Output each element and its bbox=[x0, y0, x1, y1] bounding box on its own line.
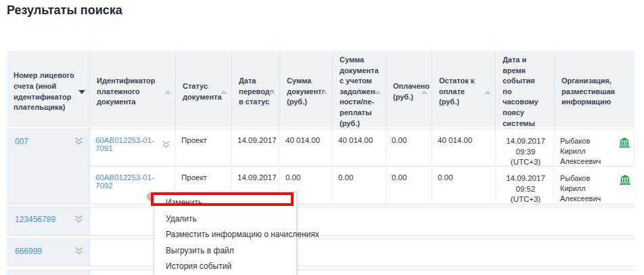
event-date: 14.09.2017 bbox=[501, 136, 550, 147]
column-header-label: Идентификатор платежного документа bbox=[97, 76, 164, 108]
menu-item-delete[interactable]: Удалить bbox=[154, 211, 296, 228]
account-number-link[interactable]: 007 bbox=[15, 137, 28, 146]
page-title: Результаты поиска bbox=[7, 3, 122, 18]
document-id-cell: 60AB012253-01-7091 bbox=[90, 129, 176, 167]
column-header-status-date[interactable]: Дата перевода в статус bbox=[232, 51, 280, 133]
due-cell: 40 014.00 bbox=[432, 129, 496, 167]
sort-desc-icon bbox=[78, 90, 85, 94]
account-number-link[interactable]: 666999 bbox=[15, 247, 42, 256]
account-cell: 123456789 bbox=[7, 207, 90, 235]
event-date: 14.09.2017 bbox=[501, 173, 550, 184]
paid-cell: 0.00 bbox=[386, 129, 432, 167]
column-header-paid[interactable]: Оплачено (руб.) bbox=[386, 51, 432, 133]
column-header-account-number[interactable]: Номер лицевого счета (иной идентификатор… bbox=[7, 51, 90, 133]
double-chevron-down-icon[interactable] bbox=[74, 247, 84, 255]
menu-item-event-history[interactable]: История событий bbox=[154, 259, 296, 275]
account-block-666999: 666999 bbox=[7, 238, 635, 266]
sort-asc-icon bbox=[221, 90, 227, 94]
document-context-menu: Изменить Удалить Разместить информацию о… bbox=[154, 192, 297, 275]
column-header-status[interactable]: Статус документа bbox=[176, 51, 232, 133]
sort-asc-icon bbox=[421, 90, 428, 94]
column-header-label: Остаток к оплате (руб.) bbox=[439, 76, 484, 108]
due-cell: 0.00 bbox=[432, 167, 496, 204]
document-id-link[interactable]: 60AB012253-01-7091 bbox=[95, 136, 158, 152]
sort-asc-icon bbox=[484, 90, 491, 94]
status-date-cell: 14.09.2017 bbox=[232, 129, 280, 167]
event-datetime-cell: 14.09.2017 09:39 (UTC+3) bbox=[496, 129, 555, 167]
paid-cell: 0.00 bbox=[386, 167, 432, 204]
column-header-label: Номер лицевого счета (иной идентификатор… bbox=[14, 70, 78, 112]
column-header-label: Статус документа bbox=[183, 81, 222, 102]
account-block-partial bbox=[7, 270, 635, 275]
event-datetime-cell: 14.09.2017 09:52 (UTC+3) bbox=[496, 167, 555, 204]
sort-asc-icon bbox=[321, 90, 328, 94]
double-chevron-down-icon[interactable] bbox=[74, 137, 84, 146]
account-cell: 666999 bbox=[7, 239, 90, 266]
organization-cell: Рыбаков Кирилл Алексеевич bbox=[555, 129, 635, 167]
sort-asc-icon bbox=[375, 90, 382, 94]
menu-item-post-accruals[interactable]: Разместить информацию о начислениях bbox=[154, 227, 296, 243]
column-header-due[interactable]: Остаток к оплате (руб.) bbox=[432, 51, 496, 133]
status-cell: Проект bbox=[176, 129, 232, 167]
sort-asc-icon bbox=[164, 90, 171, 94]
menu-item-export-to-file[interactable]: Выгрузить в файл bbox=[154, 243, 296, 259]
search-results-table: Номер лицевого счета (иной идентификатор… bbox=[7, 51, 635, 275]
amount-with-debt-cell: 0.00 bbox=[333, 167, 386, 204]
sort-asc-icon bbox=[269, 90, 275, 94]
document-id-link[interactable]: 60AB012253-01-7092 bbox=[95, 173, 154, 190]
column-header-label: Сумма документа с учетом задолжен­ности/… bbox=[340, 55, 379, 129]
event-timezone: (UTC+3) bbox=[501, 157, 550, 167]
column-header-label: Сумма документа (руб.) bbox=[287, 76, 326, 108]
column-header-document-id[interactable]: Идентификатор платежного документа bbox=[90, 51, 176, 133]
column-header-label: Организация, разместившая информацию bbox=[561, 76, 629, 108]
event-time: 09:39 bbox=[501, 147, 550, 158]
account-number-link[interactable]: 123456789 bbox=[15, 215, 55, 224]
double-chevron-down-icon[interactable] bbox=[161, 140, 171, 149]
table-header-row: Номер лицевого счета (иной идентификатор… bbox=[7, 51, 635, 127]
event-timezone: (UTC+3) bbox=[501, 194, 550, 204]
bank-icon[interactable] bbox=[619, 138, 630, 148]
column-header-amount-with-debt[interactable]: Сумма документа с учетом задолжен­ности/… bbox=[333, 51, 386, 133]
amount-cell: 40 014.00 bbox=[280, 129, 333, 167]
organization-name: Рыбаков Кирилл Алексеевич bbox=[560, 173, 617, 204]
account-cell bbox=[7, 270, 90, 275]
double-chevron-down-icon[interactable] bbox=[74, 215, 84, 224]
account-block-007: 007 60AB012253-01-7091 Проект 14.09.2017… bbox=[7, 129, 635, 205]
menu-item-edit[interactable]: Изменить bbox=[154, 195, 296, 211]
organization-name: Рыбаков Кирилл Алексеевич bbox=[560, 136, 616, 167]
account-block-123456789: 123456789 bbox=[7, 207, 635, 236]
organization-cell: Рыбаков Кирилл Алексеевич bbox=[555, 167, 635, 204]
column-header-organization: Организация, разместившая информацию bbox=[555, 51, 635, 133]
column-header-amount[interactable]: Сумма документа (руб.) bbox=[280, 51, 333, 133]
event-time: 09:52 bbox=[501, 184, 550, 195]
bank-icon[interactable] bbox=[620, 175, 630, 185]
amount-with-debt-cell: 40 014.00 bbox=[333, 129, 386, 167]
account-cell: 007 bbox=[7, 129, 90, 204]
column-header-label: Дата и время события по часовому поясу с… bbox=[503, 55, 543, 129]
column-header-event-datetime: Дата и время события по часовому поясу с… bbox=[496, 51, 555, 133]
